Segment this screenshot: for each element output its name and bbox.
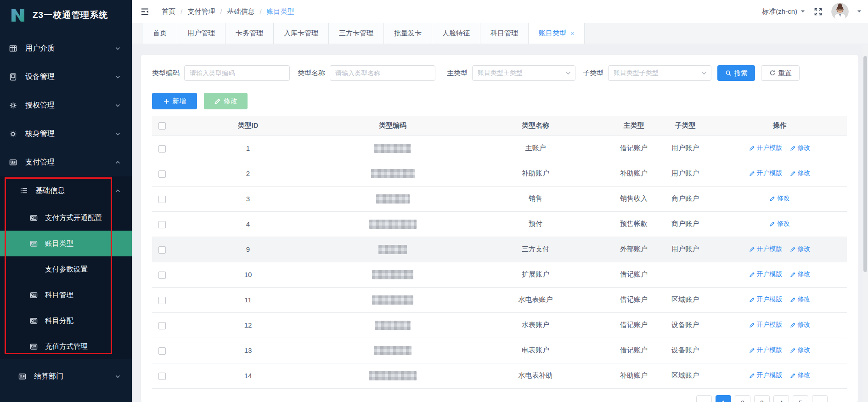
sidebar-subitem-recharge-method[interactable]: 充值方式管理: [0, 334, 132, 359]
sidebar-item-settlement-dept[interactable]: 结算部门: [0, 362, 132, 391]
sidebar-subitem-subject-mgmt[interactable]: 科目管理: [0, 282, 132, 308]
pencil-icon: [769, 196, 775, 202]
fullscreen-icon[interactable]: [813, 7, 823, 17]
type-name-input[interactable]: [330, 65, 435, 81]
tab[interactable]: 入库卡管理: [274, 23, 329, 44]
breadcrumb-item[interactable]: 支付管理: [187, 7, 215, 16]
tab[interactable]: 首页: [143, 23, 177, 44]
tab-close-icon[interactable]: ×: [570, 30, 574, 37]
row-checkbox[interactable]: [158, 272, 166, 279]
avatar-caret-icon[interactable]: [857, 10, 862, 13]
action-template-link[interactable]: 开户模版: [749, 169, 783, 177]
tab[interactable]: 卡务管理: [225, 23, 274, 44]
action-edit-link[interactable]: 修改: [790, 321, 811, 329]
action-edit-link[interactable]: 修改: [790, 144, 811, 152]
sidebar-item-user-medium[interactable]: 用户介质: [0, 34, 132, 62]
sidebar-subitem-account-type[interactable]: 账目类型: [0, 231, 132, 256]
sidebar-subitem-subject-assign[interactable]: 科目分配: [0, 308, 132, 334]
cell-sub-type: 商户账户: [658, 186, 712, 211]
action-edit-link[interactable]: 修改: [769, 220, 790, 228]
tab[interactable]: 科目管理: [480, 23, 529, 44]
row-checkbox[interactable]: [158, 322, 166, 329]
sidebar-item-label: 结算部门: [34, 372, 63, 381]
pagination-page-button[interactable]: 2: [735, 395, 750, 402]
row-checkbox[interactable]: [158, 347, 166, 355]
pagination-page-button[interactable]: 4: [773, 395, 789, 402]
action-edit-link[interactable]: 修改: [790, 346, 811, 354]
action-template-link[interactable]: 开户模版: [749, 270, 783, 278]
breadcrumb-item[interactable]: 基础信息: [227, 7, 254, 16]
cell-main-type: 借记账户: [609, 312, 658, 338]
sidebar-subitem-label: 科目分配: [45, 316, 73, 326]
cell-type-name: 销售: [462, 186, 609, 211]
sidebar-subitem-pay-param-settings[interactable]: 支付参数设置: [0, 256, 132, 282]
language-selector[interactable]: 标准(zh-cn): [762, 7, 805, 16]
pencil-icon: [769, 221, 775, 227]
sidebar-item-identity-mgmt[interactable]: 核身管理: [0, 119, 132, 148]
action-edit-link[interactable]: 修改: [790, 270, 811, 278]
table-row: 2 补助账户 补助账户 用户账户 开户模版修改: [152, 161, 847, 186]
menu-fold-icon[interactable]: [140, 7, 150, 17]
action-edit-link[interactable]: 修改: [790, 295, 811, 304]
avatar[interactable]: [831, 3, 849, 20]
cell-type-name: 水电表账户: [462, 287, 609, 312]
action-template-link[interactable]: 开户模版: [749, 346, 783, 354]
card-icon: [30, 240, 38, 248]
breadcrumb-separator: /: [180, 8, 182, 16]
chevron-icon: [115, 74, 120, 79]
edit-button-disabled[interactable]: 修改: [204, 93, 248, 109]
tab[interactable]: 批量发卡: [384, 23, 432, 44]
tab[interactable]: 人脸特征: [432, 23, 480, 44]
pagination-page-button[interactable]: 3: [754, 395, 770, 402]
caret-down-icon: [800, 10, 805, 13]
action-template-link[interactable]: 开户模版: [749, 144, 783, 152]
row-checkbox[interactable]: [158, 170, 166, 178]
action-edit-link[interactable]: 修改: [790, 169, 811, 177]
action-edit-link[interactable]: 修改: [790, 371, 811, 379]
sidebar-item-auth-mgmt[interactable]: 授权管理: [0, 91, 132, 119]
row-checkbox[interactable]: [158, 145, 166, 153]
breadcrumb-item[interactable]: 首页: [162, 7, 175, 16]
sub-type-select[interactable]: 账目类型子类型: [608, 65, 711, 81]
breadcrumb-separator: /: [259, 8, 261, 16]
add-button[interactable]: 新增: [152, 93, 197, 109]
sidebar-menu-after: 结算部门: [0, 362, 132, 391]
pagination-page-button[interactable]: 1: [716, 395, 731, 402]
row-checkbox[interactable]: [158, 373, 166, 380]
row-checkbox[interactable]: [158, 221, 166, 228]
tab[interactable]: 用户管理: [177, 23, 225, 44]
sidebar-submenu-header-basic-info[interactable]: 基础信息: [0, 176, 132, 205]
sidebar-item-device-mgmt[interactable]: 设备管理: [0, 62, 132, 91]
row-checkbox[interactable]: [158, 196, 166, 203]
breadcrumb-item[interactable]: 账目类型: [267, 7, 294, 16]
pagination-next-button[interactable]: ›: [812, 395, 828, 402]
tab[interactable]: 三方卡管理: [329, 23, 384, 44]
sidebar-item-payment-mgmt[interactable]: 支付管理: [0, 148, 132, 176]
row-checkbox[interactable]: [158, 246, 166, 254]
action-template-link[interactable]: 开户模版: [749, 245, 783, 253]
pagination-page-button[interactable]: 5: [793, 395, 808, 402]
type-code-input[interactable]: [184, 65, 290, 81]
search-button[interactable]: 搜索: [717, 65, 755, 81]
action-edit-link[interactable]: 修改: [769, 194, 790, 203]
sidebar-item-label: 用户介质: [25, 44, 55, 53]
cell-operations: 修改: [712, 186, 847, 211]
main-type-select[interactable]: 账目类型主类型: [472, 65, 575, 81]
table-header-row: 类型ID 类型编码 类型名称 主类型 子类型 操作: [152, 116, 847, 136]
cell-type-id: 4: [172, 211, 324, 237]
table-row: 1 主账户 借记账户 用户账户 开户模版修改: [152, 136, 847, 161]
scrollbar-thumb[interactable]: [863, 56, 867, 272]
reset-button[interactable]: 重置: [761, 65, 800, 81]
row-checkbox[interactable]: [158, 297, 166, 304]
action-template-link[interactable]: 开户模版: [749, 371, 783, 379]
table-row: 11 水电表账户 借记账户 区域账户 开户模版修改: [152, 287, 847, 312]
pagination-prev-button[interactable]: ‹: [696, 395, 712, 402]
action-edit-link[interactable]: 修改: [790, 245, 811, 253]
cell-type-name: 水电表补助: [462, 363, 609, 388]
sidebar-subitem-pay-method-config[interactable]: 支付方式开通配置: [0, 205, 132, 231]
select-all-checkbox[interactable]: [158, 122, 166, 130]
action-template-link[interactable]: 开户模版: [749, 295, 783, 304]
cell-type-id: 9: [172, 237, 324, 262]
action-template-link[interactable]: 开户模版: [749, 321, 783, 329]
tab[interactable]: 账目类型 ×: [529, 23, 585, 44]
